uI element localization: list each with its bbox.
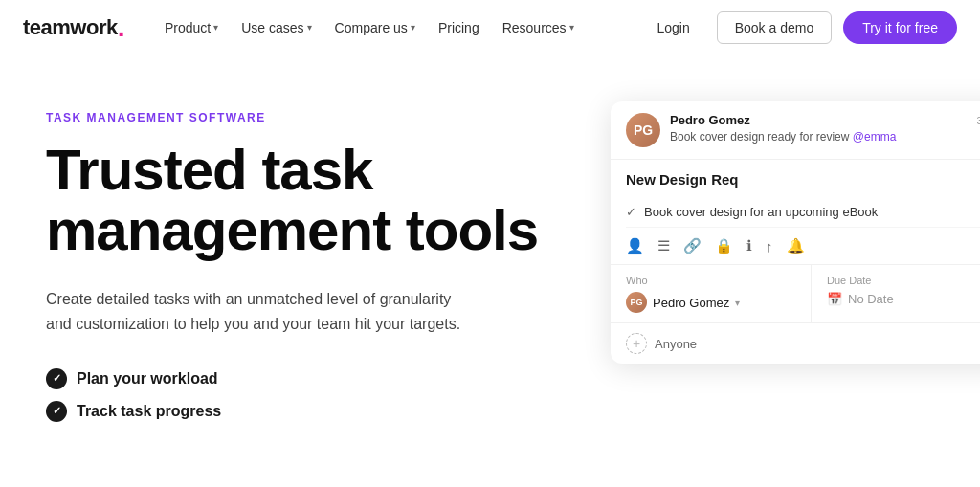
- feature-item-workload: ✓ Plan your workload: [46, 368, 572, 389]
- chat-mention: @emma: [853, 130, 897, 144]
- task-row: ✓ Book cover design for an upcoming eBoo…: [626, 197, 980, 228]
- mockup-card: PG Pedro Gomez 30m Book cover design rea…: [611, 101, 980, 364]
- avatar: PG: [626, 113, 660, 147]
- chat-body: Pedro Gomez 30m Book cover design ready …: [670, 113, 980, 144]
- nav-links: Product ▾ Use cases ▾ Compare us ▾ Prici…: [155, 11, 957, 44]
- hero-mockup: PG Pedro Gomez 30m Book cover design rea…: [611, 92, 980, 364]
- check-icon: ✓: [46, 368, 67, 389]
- link-icon[interactable]: 🔗: [683, 237, 702, 255]
- who-avatar: PG: [626, 292, 647, 313]
- task-section-title: New Design Req: [626, 171, 980, 188]
- chevron-down-icon: ▾: [411, 22, 415, 33]
- logo[interactable]: teamwork.: [23, 14, 124, 41]
- anyone-row: + Anyone: [611, 323, 980, 364]
- hero-section: TASK MANAGEMENT SOFTWARE Trusted task ma…: [0, 55, 980, 486]
- task-check-icon: ✓: [626, 205, 636, 219]
- nav-try-free-button[interactable]: Try it for free: [843, 11, 957, 44]
- nav-login-button[interactable]: Login: [641, 14, 704, 41]
- info-icon[interactable]: ℹ: [746, 237, 752, 255]
- task-icon-row: 👤 ☰ 🔗 🔒 ℹ ↑ 🔔: [611, 228, 980, 265]
- hero-title: Trusted task management tools: [46, 140, 572, 260]
- person-icon[interactable]: 👤: [626, 237, 644, 255]
- chevron-down-icon: ▾: [569, 22, 574, 33]
- due-label: Due Date: [827, 275, 980, 286]
- chevron-down-icon: ▾: [735, 298, 740, 308]
- list-icon[interactable]: ☰: [657, 237, 670, 255]
- chat-time: 30m: [977, 115, 980, 126]
- who-column: Who PG Pedro Gomez ▾: [611, 265, 812, 322]
- hero-description: Create detailed tasks with an unmatched …: [46, 287, 467, 338]
- nav-book-demo-button[interactable]: Book a demo: [717, 11, 833, 44]
- feature-list: ✓ Plan your workload ✓ Track task progre…: [46, 368, 572, 422]
- anyone-label: Anyone: [655, 337, 697, 351]
- nav-item-resources[interactable]: Resources ▾: [493, 14, 584, 41]
- task-section: New Design Req ✓ Book cover design for a…: [611, 160, 980, 228]
- due-value: 📅 No Date: [827, 292, 980, 306]
- nav-item-product[interactable]: Product ▾: [155, 14, 228, 41]
- hero-eyebrow: TASK MANAGEMENT SOFTWARE: [46, 111, 572, 124]
- chat-notification: PG Pedro Gomez 30m Book cover design rea…: [611, 101, 980, 160]
- logo-dot: .: [118, 14, 124, 41]
- feature-item-progress: ✓ Track task progress: [46, 401, 572, 422]
- chevron-down-icon: ▾: [213, 22, 218, 33]
- nav-item-compare[interactable]: Compare us ▾: [325, 14, 425, 41]
- bell-icon[interactable]: 🔔: [787, 237, 805, 255]
- chat-user-name: Pedro Gomez: [670, 113, 750, 127]
- navigation: teamwork. Product ▾ Use cases ▾ Compare …: [0, 0, 980, 55]
- task-details-grid: Who PG Pedro Gomez ▾ Due Date 📅 No Date: [611, 265, 980, 323]
- nav-item-pricing[interactable]: Pricing: [429, 14, 489, 41]
- hero-content: TASK MANAGEMENT SOFTWARE Trusted task ma…: [46, 101, 572, 422]
- who-value: PG Pedro Gomez ▾: [626, 292, 795, 313]
- anyone-circle: +: [626, 333, 647, 354]
- due-date-column: Due Date 📅 No Date: [812, 265, 980, 322]
- task-label: Book cover design for an upcoming eBook: [644, 205, 878, 219]
- lock-icon[interactable]: 🔒: [715, 237, 733, 255]
- upload-icon[interactable]: ↑: [766, 238, 773, 255]
- check-icon: ✓: [46, 401, 67, 422]
- logo-text: teamwork: [23, 15, 118, 40]
- who-label: Who: [626, 275, 795, 286]
- nav-item-use-cases[interactable]: Use cases ▾: [232, 14, 321, 41]
- chat-message: Book cover design ready for review @emma: [670, 130, 980, 144]
- chevron-down-icon: ▾: [307, 22, 312, 33]
- calendar-icon: 📅: [827, 292, 842, 306]
